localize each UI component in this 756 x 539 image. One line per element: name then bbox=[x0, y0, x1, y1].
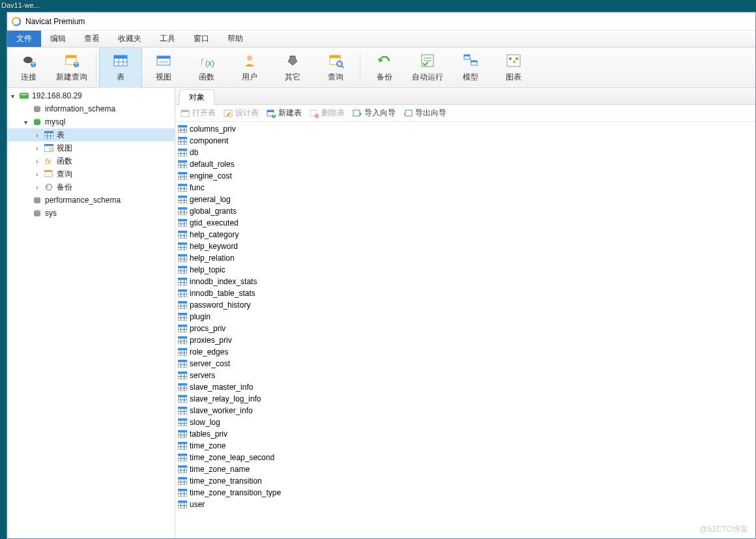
toolbar-plug[interactable]: +连接 bbox=[7, 48, 50, 88]
action-import[interactable]: 导入向导 bbox=[353, 108, 396, 119]
tab-objects[interactable]: 对象 bbox=[179, 89, 214, 105]
table-row[interactable]: help_category bbox=[178, 229, 753, 240]
action-export[interactable]: 导出向导 bbox=[403, 108, 446, 119]
tree-node[interactable]: information_schema bbox=[7, 102, 175, 115]
tree-arrow-icon[interactable]: › bbox=[33, 184, 41, 191]
table-row[interactable]: password_history bbox=[178, 299, 753, 311]
menu-2[interactable]: 查看 bbox=[75, 31, 109, 47]
table-row[interactable]: proxies_priv bbox=[178, 334, 753, 346]
tree-node[interactable]: ›fx函数 bbox=[7, 154, 175, 168]
toolbar-auto[interactable]: 自动运行 bbox=[406, 48, 449, 88]
svg-rect-132 bbox=[178, 278, 187, 280]
export-icon bbox=[403, 109, 413, 118]
tree-label: 函数 bbox=[57, 156, 72, 167]
chart-icon bbox=[505, 52, 522, 69]
tree-node[interactable]: ›备份 bbox=[7, 181, 175, 194]
design-icon bbox=[224, 109, 233, 118]
table-icon bbox=[178, 465, 187, 473]
table-row[interactable]: servers bbox=[178, 370, 753, 381]
app-window: Navicat Premium 文件编辑查看收藏夹工具窗口帮助 +连接+新建查询… bbox=[7, 12, 756, 539]
menu-1[interactable]: 编辑 bbox=[41, 31, 75, 47]
table-row[interactable]: default_roles bbox=[178, 158, 753, 170]
tree-connection[interactable]: ▾ 192.168.80.29 bbox=[7, 89, 175, 102]
svg-rect-6 bbox=[66, 55, 76, 58]
toolbar-other[interactable]: 其它 bbox=[271, 48, 314, 88]
toolbar-query[interactable]: 查询 bbox=[314, 48, 357, 88]
table-row[interactable]: engine_cost bbox=[178, 170, 753, 182]
svg-rect-157 bbox=[178, 336, 187, 339]
table-row[interactable]: help_keyword bbox=[178, 240, 753, 252]
tree-node[interactable]: ›查询 bbox=[7, 168, 175, 181]
table-icon bbox=[178, 278, 187, 285]
table-name: gtid_executed bbox=[190, 218, 239, 227]
table-row[interactable]: func bbox=[178, 182, 753, 194]
table-row[interactable]: innodb_table_stats bbox=[178, 287, 753, 299]
table-row[interactable]: gtid_executed bbox=[178, 217, 753, 229]
db-icon bbox=[32, 104, 42, 113]
db-active-icon bbox=[32, 117, 42, 126]
tree-node[interactable]: ›视图 bbox=[7, 141, 175, 154]
table-row[interactable]: time_zone_leap_second bbox=[178, 452, 753, 463]
menu-3[interactable]: 收藏夹 bbox=[109, 31, 151, 47]
table-row[interactable]: time_zone bbox=[178, 440, 753, 452]
tree-node[interactable]: ▾mysql bbox=[7, 115, 175, 128]
table-row[interactable]: server_cost bbox=[178, 358, 753, 370]
table-icon bbox=[178, 348, 187, 356]
table-row[interactable]: component bbox=[178, 135, 753, 147]
menu-4[interactable]: 工具 bbox=[151, 31, 184, 47]
table-row[interactable]: global_grants bbox=[178, 205, 753, 217]
menu-0[interactable]: 文件 bbox=[7, 31, 41, 47]
toolbar-user[interactable]: 用户 bbox=[228, 48, 271, 88]
table-row[interactable]: help_relation bbox=[178, 252, 753, 264]
watermark: @51CTO博客 bbox=[699, 524, 748, 535]
table-row[interactable]: tables_priv bbox=[178, 428, 753, 440]
svg-rect-21 bbox=[330, 55, 340, 58]
table-name: innodb_table_stats bbox=[190, 289, 255, 298]
action-label: 打开表 bbox=[192, 108, 216, 119]
table-row[interactable]: role_edges bbox=[178, 346, 753, 358]
tree-arrow-icon[interactable]: › bbox=[33, 158, 41, 165]
tree-arrow-icon[interactable]: › bbox=[33, 145, 41, 152]
toolbar-chart[interactable]: 图表 bbox=[492, 48, 535, 88]
table-row[interactable]: innodb_index_stats bbox=[178, 276, 753, 287]
toolbar-backup[interactable]: 备份 bbox=[363, 48, 406, 88]
table-row[interactable]: slave_master_info bbox=[178, 381, 753, 393]
tree-arrow-icon[interactable]: ▾ bbox=[22, 119, 29, 126]
table-row[interactable]: db bbox=[178, 147, 753, 158]
svg-rect-162 bbox=[178, 348, 187, 351]
chevron-down-icon[interactable]: ▾ bbox=[8, 93, 16, 100]
toolbar-label: 函数 bbox=[199, 72, 214, 83]
svg-rect-107 bbox=[178, 219, 187, 222]
table-row[interactable]: columns_priv bbox=[178, 123, 753, 135]
table-row[interactable]: user bbox=[178, 499, 753, 510]
tree-node[interactable]: sys bbox=[7, 207, 175, 220]
toolbar-new-query[interactable]: +新建查询 bbox=[50, 48, 93, 88]
table-name: default_roles bbox=[190, 160, 235, 169]
table-row[interactable]: time_zone_transition_type bbox=[178, 487, 753, 499]
table-row[interactable]: general_log bbox=[178, 194, 753, 205]
table-icon bbox=[44, 130, 54, 139]
tree-node[interactable]: ›表 bbox=[7, 128, 175, 141]
table-row[interactable]: slave_relay_log_info bbox=[178, 393, 753, 405]
tree-arrow-icon[interactable]: › bbox=[33, 132, 41, 139]
tree-arrow-icon[interactable]: › bbox=[33, 171, 41, 178]
table-row[interactable]: procs_priv bbox=[178, 323, 753, 334]
table-row[interactable]: help_topic bbox=[178, 264, 753, 276]
menu-6[interactable]: 帮助 bbox=[218, 31, 252, 47]
table-row[interactable]: plugin bbox=[178, 311, 753, 323]
tree-node[interactable]: performance_schema bbox=[7, 194, 175, 207]
table-row[interactable]: slow_log bbox=[178, 416, 753, 428]
table-row[interactable]: slave_worker_info bbox=[178, 405, 753, 416]
table-row[interactable]: time_zone_transition bbox=[178, 475, 753, 487]
svg-line-31 bbox=[470, 57, 471, 63]
toolbar-table[interactable]: 表 bbox=[99, 48, 142, 88]
toolbar-fx[interactable]: f(x)函数 bbox=[185, 48, 228, 88]
sidebar: ▾ 192.168.80.29 information_schema▾mysql… bbox=[7, 88, 175, 538]
action-newtable[interactable]: +新建表 bbox=[267, 108, 302, 119]
svg-rect-32 bbox=[507, 55, 520, 66]
table-row[interactable]: time_zone_name bbox=[178, 463, 753, 475]
toolbar-view[interactable]: 视图 bbox=[142, 48, 185, 88]
toolbar-label: 模型 bbox=[463, 72, 478, 83]
toolbar-model[interactable]: 模型 bbox=[449, 48, 492, 88]
menu-5[interactable]: 窗口 bbox=[184, 31, 218, 47]
